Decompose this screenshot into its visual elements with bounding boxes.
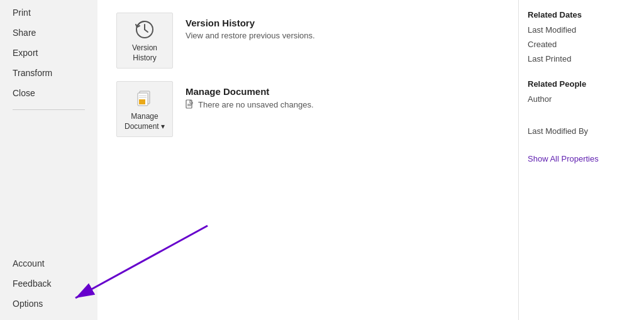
info-section: VersionHistory Version History View and … [116, 13, 499, 137]
date-last-printed: Last Printed [528, 53, 635, 64]
sidebar-item-print[interactable]: Print [0, 3, 97, 23]
sidebar-divider [13, 109, 85, 110]
show-all-properties-link[interactable]: Show All Properties [528, 154, 635, 163]
version-history-title: Version History [186, 18, 315, 28]
sidebar-top-items: Print Share Export Transform Close [0, 3, 97, 103]
sidebar-item-account[interactable]: Account [0, 253, 97, 273]
version-history-text: Version History View and restore previou… [186, 13, 315, 40]
manage-document-desc: There are no unsaved changes. [198, 100, 314, 109]
version-history-row: VersionHistory Version History View and … [116, 13, 499, 69]
version-history-button[interactable]: VersionHistory [116, 13, 173, 69]
manage-document-text: Manage Document There are no unsaved cha… [186, 81, 314, 109]
svg-rect-3 [139, 99, 145, 104]
right-panel: Related Dates Last Modified Created Last… [518, 0, 644, 320]
related-people-title: Related People [528, 79, 635, 89]
no-unsaved-icon [186, 99, 194, 109]
sidebar: Print Share Export Transform Close Accou… [0, 0, 97, 320]
manage-document-button[interactable]: ManageDocument ▾ [116, 81, 173, 137]
sidebar-bottom-items: Account Feedback Options [0, 253, 97, 320]
sidebar-item-feedback[interactable]: Feedback [0, 273, 97, 294]
manage-document-label: ManageDocument ▾ [125, 112, 165, 131]
version-history-label: VersionHistory [132, 43, 157, 63]
version-history-icon [133, 18, 156, 41]
manage-document-title: Manage Document [186, 86, 314, 97]
date-created: Created [528, 39, 635, 50]
sidebar-item-share[interactable]: Share [0, 23, 97, 43]
sidebar-item-options[interactable]: Options [0, 294, 97, 314]
date-last-modified: Last Modified [528, 25, 635, 35]
sidebar-item-transform[interactable]: Transform [0, 63, 97, 83]
sidebar-item-close[interactable]: Close [0, 83, 97, 103]
manage-document-row: ManageDocument ▾ Manage Document There a… [116, 81, 499, 137]
related-dates-title: Related Dates [528, 10, 635, 19]
main-content: VersionHistory Version History View and … [97, 0, 518, 320]
person-author: Author [528, 94, 635, 104]
version-history-desc: View and restore previous versions. [186, 31, 315, 40]
last-modified-by-label: Last Modified By [528, 126, 635, 136]
sidebar-item-export[interactable]: Export [0, 43, 97, 63]
manage-document-desc-row: There are no unsaved changes. [186, 99, 314, 109]
manage-document-icon [133, 87, 156, 109]
